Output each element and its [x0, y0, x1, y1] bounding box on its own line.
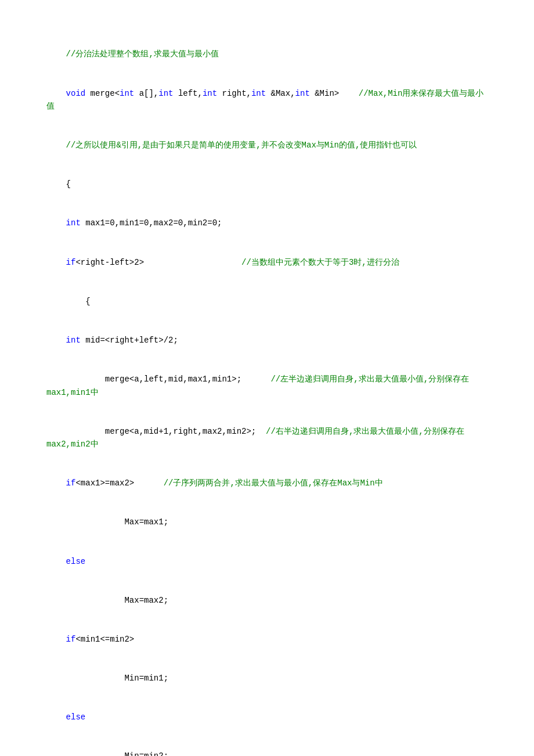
keyword-int: int: [158, 89, 173, 98]
normal-span: max1=0,min1=0,max2=0,min2=0;: [81, 218, 222, 228]
code-line-17: else: [46, 698, 488, 737]
code-line-16: Min=min1;: [46, 659, 488, 698]
keyword-int: int: [203, 89, 217, 98]
comment-span: //当数组中元素个数大于等于3时,进行分治: [241, 258, 399, 267]
normal-span: merge<: [85, 89, 120, 98]
code-line-10: merge<a,mid+1,right,max2,min2>; //右半边递归调…: [46, 412, 488, 464]
normal-span: a[],: [134, 89, 158, 98]
comment-span: //分治法处理整个数组,求最大值与最小值: [66, 49, 219, 59]
code-container: //分治法处理整个数组,求最大值与最小值 void merge<int a[],…: [46, 35, 488, 756]
keyword-else: else: [66, 557, 86, 566]
keyword-int: int: [295, 89, 310, 98]
code-line-6: if<right-left>2> //当数组中元素个数大于等于3时,进行分治: [46, 243, 488, 282]
code-line-14: Max=max2;: [46, 581, 488, 620]
normal-span: mid=<right+left>/2;: [81, 336, 178, 345]
code-line-12: Max=max1;: [46, 503, 488, 542]
normal-span: merge<a,left,mid,max1,min1>;: [66, 375, 271, 384]
normal-span: merge<a,mid+1,right,max2,min2>;: [66, 427, 266, 436]
keyword-if: if: [66, 635, 76, 644]
keyword-int: int: [120, 89, 134, 98]
code-line-11: if<max1>=max2> //子序列两两合并,求出最大值与最小值,保存在Ma…: [46, 464, 488, 503]
normal-span: Max=max1;: [66, 517, 168, 527]
normal-span: {: [66, 297, 91, 306]
code-line-18: Min=min2;: [46, 737, 488, 756]
keyword-if: if: [66, 258, 76, 267]
normal-span: <right-left>2>: [75, 258, 241, 267]
normal-span: right,: [217, 89, 251, 98]
keyword-int: int: [66, 218, 81, 228]
code-line-7: {: [46, 282, 488, 321]
keyword-if: if: [66, 478, 76, 488]
normal-span: Max=max2;: [66, 596, 168, 605]
code-line-4: {: [46, 165, 488, 204]
normal-span: Min=min1;: [66, 674, 168, 683]
code-line-15: if<min1<=min2>: [46, 620, 488, 659]
keyword-int: int: [251, 89, 266, 98]
normal-span: left,: [173, 89, 202, 98]
normal-span: &Max,: [266, 89, 295, 98]
normal-span: Min=min2;: [66, 751, 168, 756]
code-line-9: merge<a,left,mid,max1,min1>; //左半边递归调用自身…: [46, 360, 488, 412]
keyword-void: void: [66, 89, 86, 98]
normal-span: &Min>: [310, 89, 359, 98]
normal-span: {: [66, 179, 71, 189]
code-line-8: int mid=<right+left>/2;: [46, 321, 488, 360]
comment-span: //子序列两两合并,求出最大值与最小值,保存在Max与Min中: [164, 478, 383, 488]
keyword-else: else: [66, 712, 86, 722]
code-line-3: //之所以使用&引用,是由于如果只是简单的使用变量,并不会改变Max与Min的值…: [46, 126, 488, 165]
code-line-2: void merge<int a[],int left,int right,in…: [46, 74, 488, 126]
keyword-int: int: [66, 336, 81, 345]
code-line-1: //分治法处理整个数组,求最大值与最小值: [46, 35, 488, 74]
normal-span: <max1>=max2>: [75, 478, 163, 488]
normal-span: <min1<=min2>: [75, 635, 134, 644]
code-line-13: else: [46, 542, 488, 581]
code-line-5: int max1=0,min1=0,max2=0,min2=0;: [46, 204, 488, 243]
comment-span: //之所以使用&引用,是由于如果只是简单的使用变量,并不会改变Max与Min的值…: [66, 141, 417, 150]
